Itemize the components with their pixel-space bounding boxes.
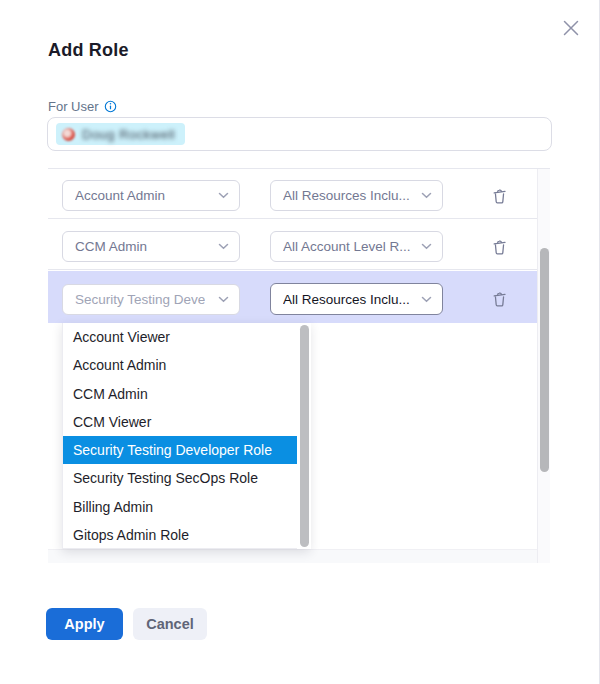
role-option[interactable]: Security Testing Developer Role bbox=[63, 436, 297, 464]
delete-row-1-button[interactable] bbox=[491, 185, 513, 207]
role-option[interactable]: Security Testing SecOps Role bbox=[63, 464, 297, 492]
role-row-2: CCM Admin All Account Level R... bbox=[48, 219, 537, 270]
resource-select-3-value: All Resources Inclu... bbox=[283, 292, 410, 307]
resource-select-2[interactable]: All Account Level R... bbox=[270, 231, 443, 262]
resource-select-1-value: All Resources Inclu... bbox=[283, 188, 410, 203]
chevron-down-icon bbox=[218, 192, 229, 199]
user-avatar bbox=[62, 128, 75, 141]
role-row-1: Account Admin All Resources Inclu... bbox=[48, 168, 537, 219]
trash-icon bbox=[491, 188, 513, 205]
chevron-down-icon bbox=[218, 296, 229, 303]
resource-select-3[interactable]: All Resources Inclu... bbox=[270, 283, 443, 315]
trash-icon bbox=[491, 239, 513, 256]
dropdown-scrollbar-track bbox=[297, 323, 311, 549]
role-option[interactable]: Billing Admin bbox=[63, 493, 297, 521]
role-select-2[interactable]: CCM Admin bbox=[62, 231, 240, 262]
role-option[interactable]: Account Admin bbox=[63, 351, 297, 379]
role-option[interactable]: Account Viewer bbox=[63, 323, 297, 351]
chevron-down-icon bbox=[218, 243, 229, 250]
chevron-down-icon bbox=[421, 243, 432, 250]
role-options-list: Account ViewerAccount AdminCCM AdminCCM … bbox=[63, 323, 297, 549]
panel-scrollbar-thumb[interactable] bbox=[540, 248, 549, 472]
user-chip-name: Doug Rockwell bbox=[82, 127, 175, 142]
role-select-2-value: CCM Admin bbox=[75, 239, 147, 254]
role-row-3: Security Testing Deve All Resources Incl… bbox=[48, 271, 537, 323]
page-title: Add Role bbox=[48, 40, 129, 61]
resource-select-1[interactable]: All Resources Inclu... bbox=[270, 180, 443, 211]
user-input[interactable]: Doug Rockwell bbox=[47, 117, 552, 151]
chevron-down-icon bbox=[421, 296, 432, 303]
user-chip[interactable]: Doug Rockwell bbox=[56, 123, 185, 145]
role-option[interactable]: CCM Admin bbox=[63, 380, 297, 408]
role-select-1-value: Account Admin bbox=[75, 188, 165, 203]
chevron-down-icon bbox=[421, 192, 432, 199]
role-options-dropdown: Account ViewerAccount AdminCCM AdminCCM … bbox=[62, 323, 310, 549]
for-user-label: For User bbox=[48, 99, 99, 114]
delete-row-2-button[interactable] bbox=[491, 236, 513, 258]
close-icon bbox=[560, 17, 582, 39]
resource-select-2-value: All Account Level R... bbox=[283, 239, 411, 254]
delete-row-3-button[interactable] bbox=[491, 288, 513, 310]
role-select-3[interactable]: Security Testing Deve bbox=[62, 284, 240, 315]
role-option[interactable]: Gitops Admin Role bbox=[63, 521, 297, 549]
apply-button[interactable]: Apply bbox=[46, 608, 123, 640]
role-select-1[interactable]: Account Admin bbox=[62, 180, 240, 211]
panel-horizontal-scrollbar-track bbox=[48, 549, 537, 563]
trash-icon bbox=[491, 291, 513, 308]
dropdown-scrollbar-thumb[interactable] bbox=[300, 325, 309, 547]
close-button[interactable] bbox=[560, 17, 582, 39]
role-option[interactable]: CCM Viewer bbox=[63, 408, 297, 436]
info-icon[interactable] bbox=[104, 100, 117, 113]
cancel-button[interactable]: Cancel bbox=[133, 608, 207, 640]
role-select-3-value: Security Testing Deve bbox=[75, 292, 205, 307]
